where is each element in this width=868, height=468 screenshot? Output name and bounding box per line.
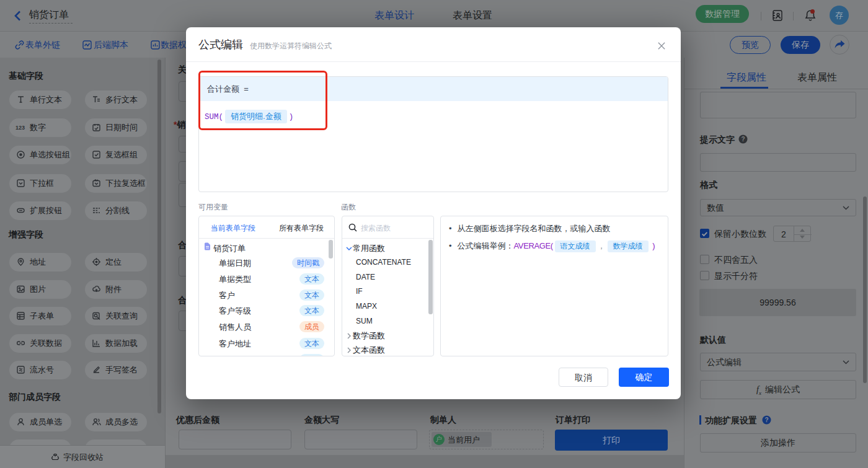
svg-text:?: ? [741,136,745,143]
svg-text:?: ? [764,417,768,423]
